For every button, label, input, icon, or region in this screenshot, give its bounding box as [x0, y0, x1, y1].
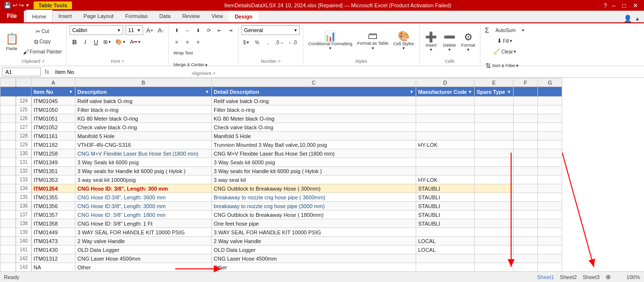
- mfr-code-cell[interactable]: [416, 158, 475, 167]
- redo-icon[interactable]: ↪: [19, 2, 24, 9]
- item-no-cell[interactable]: ITM01356: [32, 202, 75, 211]
- wrap-text-button[interactable]: Wrap Text: [172, 49, 194, 58]
- name-box[interactable]: A1: [2, 68, 41, 76]
- sheet-container[interactable]: A B C D E F G Item No▼: [0, 78, 644, 271]
- detail-desc-cell[interactable]: Trunnion Mounted 3 Way Ball valve,10,000…: [212, 141, 416, 149]
- spare-type-cell[interactable]: [475, 97, 514, 106]
- decrease-decimal-button[interactable]: ←.0: [286, 37, 298, 47]
- item-no-cell[interactable]: ITM01182: [32, 141, 75, 149]
- font-size-selector[interactable]: 11 ▼: [126, 25, 143, 35]
- fill-button[interactable]: ⬇ Fill ▼: [483, 36, 526, 46]
- detail-desc-cell[interactable]: Manifold 5 Hole: [212, 132, 416, 141]
- fill-color-button[interactable]: 🎨▼: [114, 37, 128, 47]
- mfr-code-cell[interactable]: [416, 254, 475, 263]
- maximize-btn[interactable]: □: [620, 2, 628, 9]
- tbl-col-mfr[interactable]: Manufacturer Code▼: [416, 87, 475, 97]
- spare-type-cell[interactable]: [475, 114, 514, 123]
- description-cell[interactable]: Filter black o-ring: [75, 106, 212, 114]
- mfr-code-cell[interactable]: [416, 97, 475, 106]
- view-tab[interactable]: View: [205, 10, 229, 22]
- spare-type-cell[interactable]: [475, 254, 514, 263]
- col-header-b[interactable]: B: [75, 78, 212, 87]
- description-cell[interactable]: CNG Hose ID:3/8", Length: 3600 mm: [75, 193, 212, 202]
- spare-type-cell[interactable]: [475, 158, 514, 167]
- mfr-code-cell[interactable]: [416, 123, 475, 132]
- number-expand-icon[interactable]: ↗: [277, 59, 281, 64]
- copy-button[interactable]: ⧉ Copy: [21, 37, 63, 47]
- clear-button[interactable]: 🧹 Clear ▼: [483, 47, 526, 56]
- spare-type-cell[interactable]: [475, 193, 514, 202]
- item-no-cell[interactable]: ITM01349: [32, 158, 75, 167]
- font-grow-button[interactable]: A+: [145, 25, 155, 35]
- detail-desc-cell[interactable]: Breakaway to nozzle cng hose pipe ( 3600…: [212, 193, 416, 202]
- account-icon[interactable]: 👤: [624, 15, 632, 22]
- item-no-cell[interactable]: ITM01430: [32, 246, 75, 254]
- sheet3-tab[interactable]: Sheet3: [583, 274, 600, 280]
- indent-decrease-button[interactable]: ⇤: [215, 25, 224, 35]
- detail-desc-cell[interactable]: Check valve black O-ring: [212, 123, 416, 132]
- paste-button[interactable]: 📋 Paste: [3, 27, 20, 56]
- percent-button[interactable]: %: [252, 37, 262, 47]
- mfr-code-cell[interactable]: [416, 228, 475, 237]
- qa-dropdown-icon[interactable]: ▼: [25, 3, 30, 8]
- filter-desc-icon[interactable]: ▼: [205, 89, 209, 94]
- detail-desc-cell[interactable]: Filter black o-ring: [212, 106, 416, 114]
- add-sheet-icon[interactable]: ⊕: [606, 273, 611, 281]
- insert-tab[interactable]: Insert: [53, 10, 78, 22]
- detail-desc-cell[interactable]: 2 Way valve Handle: [212, 237, 416, 246]
- mfr-code-cell[interactable]: LOCAL: [416, 246, 475, 254]
- spare-type-cell[interactable]: [475, 149, 514, 158]
- filter-itemno-icon[interactable]: ▼: [69, 89, 73, 94]
- font-color-button[interactable]: A▼: [129, 37, 143, 47]
- detail-desc-cell[interactable]: OLD Data Logger: [212, 246, 416, 254]
- tbl-col-desc[interactable]: Description▼: [75, 87, 212, 97]
- border-button[interactable]: ⊞▼: [102, 37, 113, 47]
- spare-type-cell[interactable]: [475, 141, 514, 149]
- clipboard-expand-icon[interactable]: ↗: [41, 59, 45, 64]
- filter-detail-icon[interactable]: ▼: [409, 89, 414, 94]
- detail-desc-cell[interactable]: CNG Outblock to Breakaway Hose ( 300mm): [212, 184, 416, 193]
- mfr-code-cell[interactable]: STAUBLI: [416, 219, 475, 228]
- italic-button[interactable]: I: [80, 37, 90, 47]
- undo-icon[interactable]: ↩: [13, 2, 18, 9]
- item-no-cell[interactable]: NA: [32, 263, 75, 272]
- item-no-cell[interactable]: ITM01258: [32, 149, 75, 158]
- col-header-g[interactable]: G: [538, 78, 562, 87]
- description-cell[interactable]: Other: [75, 263, 212, 272]
- mfr-code-cell[interactable]: STAUBLI: [416, 184, 475, 193]
- detail-desc-cell[interactable]: 3 Way Seals kit 6000 psig: [212, 158, 416, 167]
- description-cell[interactable]: CNG Hose ID: 3/8", Length: 300 mm: [75, 184, 212, 193]
- insert-button[interactable]: ➕ Insert ▼: [423, 27, 440, 57]
- mfr-code-cell[interactable]: LOCAL: [416, 237, 475, 246]
- mfr-code-cell[interactable]: [416, 263, 475, 272]
- description-cell[interactable]: Manifold 5 Hole: [75, 132, 212, 141]
- underline-button[interactable]: U: [91, 37, 101, 47]
- comma-button[interactable]: ,: [263, 37, 273, 47]
- file-tab[interactable]: File: [0, 10, 24, 22]
- col-header-f[interactable]: F: [514, 78, 538, 87]
- mfr-code-cell[interactable]: HY-LOK: [416, 141, 475, 149]
- tbl-col-detail[interactable]: Detail Description▼: [212, 87, 416, 97]
- spare-type-cell[interactable]: [475, 246, 514, 254]
- page-layout-tab[interactable]: Page Layout: [78, 10, 120, 22]
- number-format-selector[interactable]: General ▼: [241, 25, 300, 35]
- mfr-code-cell[interactable]: [416, 167, 475, 176]
- item-no-cell[interactable]: ITM01357: [32, 211, 75, 219]
- autosum-button[interactable]: Σ AutoSum ▼: [483, 25, 526, 35]
- spare-type-cell[interactable]: [475, 211, 514, 219]
- item-no-cell[interactable]: ITM01449: [32, 228, 75, 237]
- item-no-cell[interactable]: ITM01358: [32, 219, 75, 228]
- detail-desc-cell[interactable]: One feet hose pipe: [212, 219, 416, 228]
- tbl-col-spare[interactable]: Spare Type▼: [475, 87, 514, 97]
- alignment-expand-icon[interactable]: ↗: [212, 71, 216, 76]
- detail-desc-cell[interactable]: breakaway to nozzle cng hose pipe (3000 …: [212, 202, 416, 211]
- description-cell[interactable]: CNG Laser Hose 4500mm: [75, 254, 212, 263]
- mfr-code-cell[interactable]: HY-LOK: [416, 176, 475, 184]
- description-cell[interactable]: 3 WAY SEAL FOR HANDLE KIT 10000 PSIG: [75, 228, 212, 237]
- spare-type-cell[interactable]: [475, 167, 514, 176]
- spare-type-cell[interactable]: [475, 123, 514, 132]
- sheet2-tab[interactable]: Sheet2: [560, 274, 577, 280]
- align-center-button[interactable]: ≡: [183, 37, 192, 47]
- spare-type-cell[interactable]: [475, 263, 514, 272]
- font-name-selector[interactable]: Calibri ▼: [70, 25, 123, 35]
